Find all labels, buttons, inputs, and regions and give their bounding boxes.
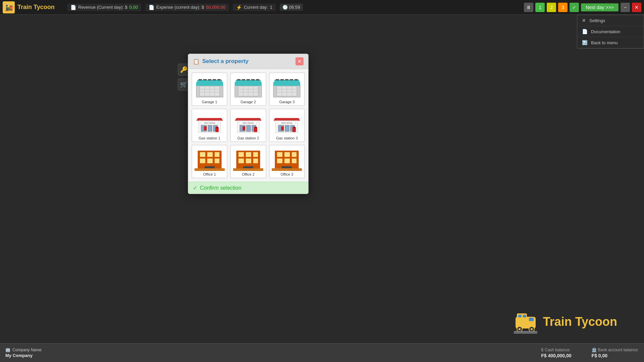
svg-rect-87 bbox=[253, 159, 258, 163]
office1-illustration bbox=[195, 147, 225, 171]
select-property-modal: 📋 Select a property ✕ bbox=[188, 54, 309, 194]
svg-rect-74 bbox=[207, 152, 213, 157]
confirm-label: Confirm selection bbox=[200, 185, 241, 191]
gasstation2-illustration: POST OFFICE bbox=[233, 111, 263, 135]
garage1-label: Garage 1 bbox=[202, 100, 217, 104]
svg-rect-11 bbox=[208, 79, 211, 80]
expense-value: 50,000.00 bbox=[206, 5, 225, 10]
svg-text:POST OFFICE: POST OFFICE bbox=[243, 122, 254, 124]
bank-value: F$ 0,00 bbox=[592, 353, 639, 358]
svg-rect-69 bbox=[292, 127, 296, 132]
bank-label: 🏦 Bank account balance: bbox=[592, 348, 639, 352]
bank-balance-group: 🏦 Bank account balance: F$ 0,00 bbox=[592, 348, 639, 358]
svg-rect-71 bbox=[281, 126, 284, 130]
bank-icon: 🏦 bbox=[592, 348, 597, 352]
property-item-gasstation3[interactable]: POST OFFICE Gas station 3 bbox=[269, 109, 305, 142]
svg-rect-109 bbox=[514, 333, 537, 334]
svg-rect-40 bbox=[290, 79, 293, 80]
settings-menu-item[interactable]: ✕ Settings bbox=[577, 15, 644, 26]
brand-text: Train Tycoon bbox=[543, 315, 617, 329]
property-item-gasstation1[interactable]: POST OFFICE Gas station 1 bbox=[192, 109, 227, 142]
app-logo-icon: 🚂 bbox=[3, 1, 15, 13]
company-name-value: My Company bbox=[5, 353, 42, 358]
garage2-illustration bbox=[233, 75, 263, 99]
gasstation1-label: Gas station 1 bbox=[199, 136, 220, 140]
back-to-menu-item[interactable]: 🔙 Back to menu bbox=[577, 37, 644, 48]
garage1-illustration bbox=[195, 75, 225, 99]
office2-illustration bbox=[233, 147, 263, 171]
revenue-label: Revenue (Current day): $ bbox=[78, 5, 127, 10]
cash-label: $ Cash balance: bbox=[541, 348, 571, 352]
svg-rect-67 bbox=[285, 125, 289, 131]
confirm-speed-button[interactable]: ✓ bbox=[570, 3, 579, 12]
dropdown-menu: ✕ Settings 📄 Documentation 🔙 Back to men… bbox=[577, 15, 644, 49]
settings-label: Settings bbox=[589, 18, 605, 23]
svg-rect-47 bbox=[208, 125, 212, 131]
svg-rect-41 bbox=[294, 79, 298, 80]
documentation-menu-item[interactable]: 📄 Documentation bbox=[577, 26, 644, 37]
revenue-icon: 📄 bbox=[70, 5, 76, 10]
company-icon: 🏢 bbox=[5, 348, 10, 352]
svg-marker-62 bbox=[273, 118, 300, 121]
svg-rect-96 bbox=[292, 159, 297, 163]
property-grid: Garage 1 Garage 2 bbox=[188, 69, 308, 182]
svg-rect-27 bbox=[256, 79, 259, 80]
svg-marker-42 bbox=[196, 118, 223, 121]
logo-area: 🚂 Train Tycoon bbox=[3, 1, 63, 13]
clock-value: 06:59 bbox=[289, 5, 300, 10]
brand-watermark: Train Tycoon bbox=[512, 308, 617, 335]
property-item-garage1[interactable]: Garage 1 bbox=[192, 72, 227, 106]
property-item-office3[interactable]: Office 3 bbox=[269, 145, 305, 178]
cash-icon: $ bbox=[541, 348, 543, 352]
property-item-office1[interactable]: Office 1 bbox=[192, 145, 227, 178]
minimize-button[interactable]: − bbox=[621, 3, 630, 12]
svg-point-105 bbox=[519, 328, 521, 330]
speed2-button[interactable]: 2 bbox=[547, 3, 556, 12]
svg-rect-12 bbox=[213, 79, 216, 80]
company-icon-name: 🏢 Company Name bbox=[5, 348, 42, 352]
expense-stat: 📄 Expense (current day): $ 50,000.00 bbox=[145, 4, 229, 11]
svg-rect-60 bbox=[254, 127, 257, 128]
svg-rect-113 bbox=[528, 331, 529, 334]
svg-rect-76 bbox=[200, 159, 205, 163]
gasstation1-illustration: POST OFFICE bbox=[195, 111, 225, 135]
property-item-gasstation2[interactable]: POST OFFICE Gas station 2 bbox=[230, 109, 266, 142]
svg-rect-80 bbox=[195, 168, 225, 171]
modal-title-icon: 📋 bbox=[193, 58, 200, 65]
svg-rect-82 bbox=[238, 152, 244, 157]
garage2-label: Garage 2 bbox=[240, 100, 256, 104]
current-day-stat: ⚡ Current day: 1 bbox=[233, 4, 276, 11]
property-item-office2[interactable]: Office 2 bbox=[230, 145, 266, 178]
close-button[interactable]: ✕ bbox=[632, 3, 641, 12]
office1-label: Office 1 bbox=[203, 172, 216, 176]
svg-rect-78 bbox=[215, 159, 219, 163]
topbar: 🚂 Train Tycoon 📄 Revenue (Current day): … bbox=[0, 0, 644, 15]
cash-balance-group: $ Cash balance: F$ 400,000,00 bbox=[541, 348, 571, 358]
confirm-selection-bar[interactable]: ✓ Confirm selection bbox=[188, 182, 308, 194]
svg-rect-86 bbox=[246, 159, 251, 163]
modal-close-button[interactable]: ✕ bbox=[296, 57, 304, 65]
back-to-menu-label: Back to menu bbox=[591, 40, 618, 45]
revenue-stat: 📄 Revenue (Current day): $ 0,00 bbox=[67, 4, 141, 11]
svg-rect-23 bbox=[237, 79, 240, 80]
bottombar: 🏢 Company Name My Company $ Cash balance… bbox=[0, 343, 644, 362]
svg-rect-93 bbox=[292, 152, 297, 157]
pause-button[interactable]: ⏸ bbox=[524, 3, 533, 12]
svg-rect-108 bbox=[514, 331, 537, 332]
property-item-garage3[interactable]: Garage 3 bbox=[269, 72, 305, 106]
modal-title: Select a property bbox=[202, 58, 293, 65]
speed1-button[interactable]: 1 bbox=[535, 3, 545, 12]
back-icon: 🔙 bbox=[582, 40, 588, 45]
svg-rect-84 bbox=[253, 152, 258, 157]
svg-text:POST OFFICE: POST OFFICE bbox=[281, 122, 293, 124]
expense-label: Expense (current day): $ bbox=[156, 5, 204, 10]
svg-rect-50 bbox=[216, 127, 218, 128]
clock-area: 🕐 06:59 bbox=[280, 4, 303, 11]
next-day-button[interactable]: Next day >>> bbox=[581, 3, 619, 11]
speed3-button[interactable]: 3 bbox=[558, 3, 568, 12]
svg-rect-26 bbox=[251, 79, 255, 80]
current-day-label: Current day: bbox=[244, 5, 268, 10]
property-item-garage2[interactable]: Garage 2 bbox=[230, 72, 266, 106]
revenue-value: 0,00 bbox=[129, 5, 138, 10]
svg-rect-10 bbox=[203, 79, 207, 80]
